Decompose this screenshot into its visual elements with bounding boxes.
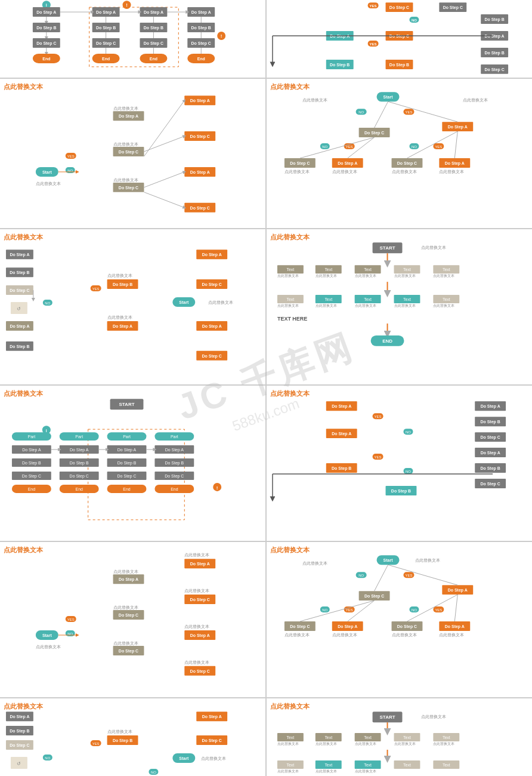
svg-text:点此替换文本: 点此替换文本 <box>421 715 446 719</box>
svg-rect-410 <box>433 733 459 741</box>
svg-text:Do Step A: Do Step A <box>202 252 222 257</box>
svg-text:Text: Text <box>443 267 450 272</box>
svg-rect-313 <box>184 630 215 640</box>
svg-text:NO: NO <box>412 145 417 149</box>
svg-text:Do Step A: Do Step A <box>144 10 163 15</box>
svg-rect-76 <box>326 31 354 41</box>
svg-text:NO: NO <box>358 574 364 577</box>
svg-text:点此替换文本: 点此替换文本 <box>463 98 488 103</box>
svg-text:Do Step A: Do Step A <box>10 715 29 719</box>
svg-text:Text: Text <box>403 267 411 272</box>
svg-text:Do Step B: Do Step B <box>10 344 29 349</box>
svg-line-147 <box>407 131 457 158</box>
svg-text:Do Step C: Do Step C <box>290 624 310 629</box>
svg-rect-137 <box>439 158 470 168</box>
svg-text:点此替换文本: 点此替换文本 <box>316 741 337 746</box>
svg-text:Start: Start <box>383 95 394 99</box>
svg-text:↺: ↺ <box>17 761 21 766</box>
cell-9-title: 点此替换文本 <box>4 546 262 555</box>
svg-text:点此替换文本: 点此替换文本 <box>113 178 138 183</box>
svg-rect-96 <box>113 111 144 121</box>
svg-rect-354 <box>332 621 363 631</box>
svg-text:Do Step B: Do Step B <box>70 461 89 466</box>
svg-text:NO: NO <box>322 608 327 612</box>
svg-rect-289 <box>475 448 506 457</box>
svg-text:NO: NO <box>67 169 73 173</box>
svg-text:点此替换文本: 点此替换文本 <box>277 273 299 278</box>
svg-text:点此替换文本: 点此替换文本 <box>355 769 376 773</box>
svg-rect-240 <box>60 445 99 454</box>
svg-text:Do Step C: Do Step C <box>191 41 211 46</box>
svg-text:Text: Text <box>324 267 332 272</box>
svg-rect-319 <box>113 610 144 620</box>
svg-rect-27 <box>92 54 120 63</box>
svg-text:点此替换文本: 点此替换文本 <box>316 303 337 307</box>
svg-rect-420 <box>316 760 342 769</box>
svg-text:Do Step A: Do Step A <box>165 448 184 452</box>
svg-rect-422 <box>355 760 381 769</box>
svg-rect-287 <box>475 432 506 442</box>
svg-text:Do Step C: Do Step C <box>364 131 384 136</box>
svg-rect-187 <box>277 265 304 273</box>
svg-rect-211 <box>433 295 459 303</box>
svg-text:NO: NO <box>412 19 417 22</box>
svg-text:End: End <box>102 57 110 61</box>
svg-rect-346 <box>344 606 355 612</box>
svg-text:Do Step B: Do Step B <box>484 17 504 22</box>
svg-text:点此替换文本: 点此替换文本 <box>113 605 138 610</box>
svg-rect-98 <box>113 147 144 156</box>
svg-text:TEXT HERE: TEXT HERE <box>277 316 307 322</box>
cell-8: 点此替换文本 Do Step A YES NO <box>267 386 532 541</box>
svg-rect-262 <box>12 485 51 493</box>
svg-text:NO: NO <box>406 470 411 473</box>
svg-text:Do Step B: Do Step B <box>191 26 211 30</box>
svg-text:Text: Text <box>324 297 332 301</box>
svg-line-148 <box>454 131 457 158</box>
svg-rect-250 <box>107 458 147 467</box>
svg-text:Do Step B: Do Step B <box>96 26 116 30</box>
svg-text:Do Step A: Do Step A <box>448 588 468 593</box>
svg-rect-38 <box>140 54 167 63</box>
svg-text:Text: Text <box>403 297 411 301</box>
svg-rect-86 <box>66 167 75 173</box>
svg-rect-358 <box>439 621 470 631</box>
svg-line-143 <box>375 101 388 128</box>
svg-text:Do Step C: Do Step C <box>389 34 409 39</box>
svg-rect-283 <box>475 401 506 411</box>
svg-rect-244 <box>154 445 194 454</box>
svg-text:Do Step B: Do Step B <box>165 461 184 466</box>
cell-1: i ! ! Do Step A Do Step B Do Step C End … <box>0 0 265 78</box>
svg-rect-268 <box>154 485 194 493</box>
svg-rect-21 <box>92 23 120 32</box>
cell-12-title: 点此替换文本 <box>270 702 528 711</box>
svg-rect-94 <box>184 203 215 213</box>
svg-rect-40 <box>187 7 215 17</box>
svg-text:Text: Text <box>287 297 295 301</box>
svg-text:Do Step A: Do Step A <box>338 624 357 629</box>
svg-rect-121 <box>442 122 473 131</box>
cell-12: 点此替换文本 START 点此替换文本 Text Text Text Text <box>267 698 532 776</box>
svg-rect-203 <box>277 295 304 303</box>
svg-text:NO: NO <box>412 608 417 612</box>
svg-text:Do Step C: Do Step C <box>165 474 184 479</box>
svg-rect-161 <box>43 300 52 306</box>
svg-rect-7 <box>33 7 60 17</box>
svg-text:YES: YES <box>346 145 353 149</box>
svg-text:YES: YES <box>405 574 412 577</box>
svg-text:点此替换文本: 点此替换文本 <box>36 645 61 649</box>
svg-text:Do Step A: Do Step A <box>70 448 89 452</box>
svg-text:点此替换文本: 点此替换文本 <box>355 741 376 746</box>
svg-rect-398 <box>373 712 403 722</box>
svg-text:Do Step B: Do Step B <box>484 51 504 56</box>
svg-text:Do Step C: Do Step C <box>144 41 163 46</box>
cell-7-title: 点此替换文本 <box>4 389 262 398</box>
svg-text:点此替换文本: 点此替换文本 <box>277 303 299 307</box>
svg-line-364 <box>375 565 388 591</box>
svg-rect-72 <box>386 31 413 41</box>
cell-4: 点此替换文本 Start NO YES 点此替换文本 点此替换文本 Do Ste… <box>267 79 532 228</box>
svg-point-4 <box>217 32 225 40</box>
svg-text:Do Step C: Do Step C <box>70 474 89 479</box>
svg-line-108 <box>144 136 184 152</box>
svg-text:Do Step B: Do Step B <box>391 489 411 494</box>
svg-rect-315 <box>184 666 215 676</box>
